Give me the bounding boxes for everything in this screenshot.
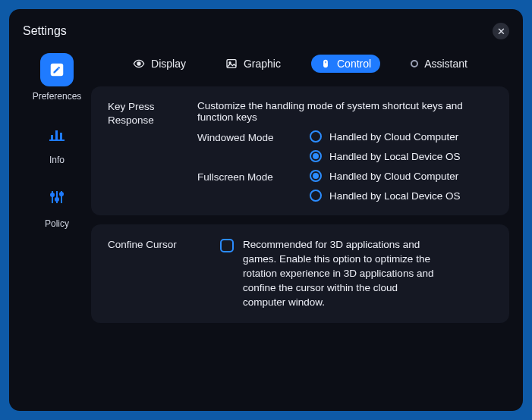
section-confine-cursor: Confine Cursor Recommended for 3D applic… bbox=[91, 224, 509, 323]
fullscreen-opt-cloud[interactable]: Handled by Cloud Computer bbox=[310, 170, 461, 182]
close-icon: ✕ bbox=[497, 26, 505, 37]
settings-window: Settings ✕ Preferences bbox=[9, 9, 523, 411]
close-button[interactable]: ✕ bbox=[493, 23, 509, 39]
svg-point-9 bbox=[55, 198, 58, 201]
info-icon bbox=[40, 117, 74, 150]
tabs: Display Graphic bbox=[91, 47, 509, 80]
fullscreen-opt-local[interactable]: Handled by Local Device OS bbox=[310, 190, 461, 202]
windowed-opt-local[interactable]: Handled by Local Device OS bbox=[310, 150, 461, 162]
fullscreen-mode-label: Fullscreen Mode bbox=[197, 170, 296, 202]
svg-point-8 bbox=[51, 193, 54, 196]
window-title: Settings bbox=[23, 24, 67, 38]
sidebar-item-label: Policy bbox=[45, 218, 69, 229]
mouse-icon bbox=[320, 58, 331, 69]
image-icon bbox=[225, 58, 238, 70]
tab-label: Graphic bbox=[244, 58, 281, 70]
svg-rect-3 bbox=[60, 133, 62, 139]
svg-point-11 bbox=[137, 62, 140, 65]
sidebar-item-preferences[interactable]: Preferences bbox=[33, 53, 82, 102]
preferences-icon bbox=[40, 53, 74, 86]
svg-rect-14 bbox=[323, 60, 328, 68]
confine-title: Confine Cursor bbox=[108, 238, 206, 309]
sidebar-item-policy[interactable]: Policy bbox=[40, 180, 74, 229]
radio-icon bbox=[310, 130, 322, 143]
option-label: Handled by Cloud Computer bbox=[329, 131, 458, 143]
policy-icon bbox=[40, 180, 74, 214]
option-label: Handled by Cloud Computer bbox=[329, 171, 458, 182]
tab-graphic[interactable]: Graphic bbox=[216, 55, 290, 73]
svg-rect-2 bbox=[55, 130, 58, 139]
keypress-title: Key Press Response bbox=[108, 100, 184, 202]
radio-icon bbox=[310, 150, 322, 162]
option-label: Handled by Local Device OS bbox=[329, 151, 461, 162]
tab-label: Display bbox=[151, 58, 186, 70]
tab-control[interactable]: Control bbox=[311, 55, 380, 73]
tab-assistant[interactable]: Assistant bbox=[401, 55, 477, 73]
tab-label: Control bbox=[337, 58, 371, 70]
fullscreen-options: Handled by Cloud Computer Handled by Loc… bbox=[310, 170, 461, 202]
tab-display[interactable]: Display bbox=[124, 55, 195, 73]
windowed-opt-cloud[interactable]: Handled by Cloud Computer bbox=[310, 130, 461, 143]
sidebar-item-info[interactable]: Info bbox=[40, 117, 74, 165]
svg-rect-15 bbox=[325, 61, 326, 64]
windowed-mode-label: Windowed Mode bbox=[197, 130, 296, 162]
option-label: Handled by Local Device OS bbox=[329, 190, 461, 202]
tab-label: Assistant bbox=[424, 58, 467, 70]
titlebar: Settings ✕ bbox=[23, 21, 509, 41]
svg-rect-1 bbox=[51, 135, 53, 139]
windowed-options: Handled by Cloud Computer Handled by Loc… bbox=[310, 130, 461, 162]
keypress-description: Customize the handling mode of system sh… bbox=[197, 100, 493, 123]
eye-icon bbox=[133, 58, 145, 70]
main-area: Display Graphic bbox=[91, 47, 509, 397]
radio-icon bbox=[310, 190, 322, 202]
confine-description: Recommended for 3D applications and game… bbox=[243, 238, 440, 309]
radio-icon bbox=[310, 170, 322, 182]
sidebar-item-label: Info bbox=[49, 155, 65, 165]
sidebar: Preferences Info bbox=[23, 47, 91, 397]
svg-point-10 bbox=[60, 193, 63, 196]
confine-cursor-checkbox[interactable] bbox=[220, 239, 234, 252]
sidebar-item-label: Preferences bbox=[33, 91, 82, 102]
dot-icon bbox=[411, 60, 418, 67]
section-keypress: Key Press Response Customize the handlin… bbox=[91, 86, 509, 215]
